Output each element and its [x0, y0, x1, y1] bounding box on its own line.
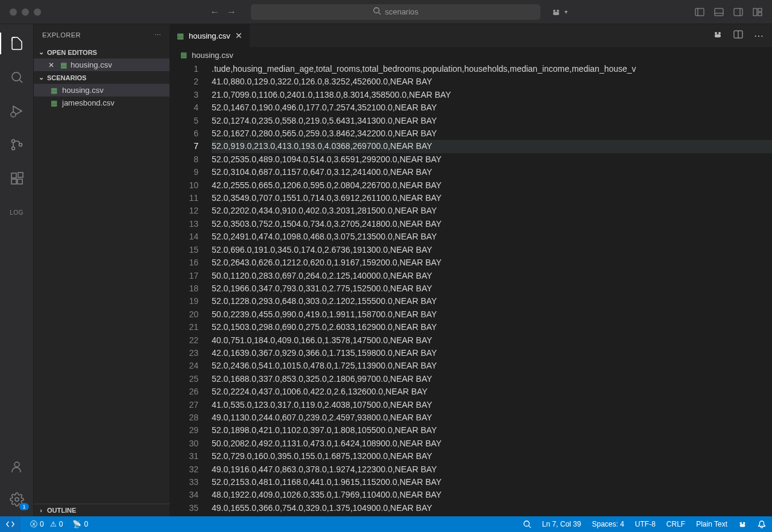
error-count: 0	[40, 520, 44, 528]
log-activity-icon[interactable]: LOG	[8, 204, 25, 221]
breadcrumb[interactable]: ▦ housing.csv	[169, 47, 772, 63]
file-name: housing.csv	[62, 86, 104, 95]
svg-rect-21	[11, 173, 16, 178]
csv-file-icon: ▦	[180, 51, 187, 59]
explorer-sidebar: EXPLORER ⋯ ⌄ OPEN EDITORS ✕ ▦ housing.cs…	[34, 24, 169, 516]
svg-rect-24	[18, 173, 23, 177]
svg-point-32	[524, 521, 530, 527]
copilot-icon[interactable]	[713, 30, 723, 42]
svg-line-33	[528, 526, 531, 528]
chevron-down-icon: ⌄	[37, 74, 45, 81]
svg-point-18	[11, 140, 14, 143]
language-mode[interactable]: Plain Text	[696, 520, 727, 528]
editor-group: ▦ housing.csv ✕ ⋯ ▦ housing.csv 12345678…	[169, 24, 772, 516]
titlebar: ← → scenarios ▾	[0, 0, 772, 24]
close-editor-icon[interactable]: ✕	[48, 61, 57, 69]
indentation[interactable]: Spaces: 4	[592, 520, 624, 528]
nav-forward-icon[interactable]: →	[227, 7, 236, 17]
text-editor[interactable]: 1234567891011121314151617181920212223242…	[169, 63, 772, 516]
window-controls	[10, 8, 41, 16]
explorer-more-icon[interactable]: ⋯	[154, 31, 162, 39]
svg-line-15	[19, 80, 22, 83]
copilot-status-icon[interactable]	[738, 520, 747, 528]
breadcrumb-file: housing.csv	[192, 51, 233, 60]
status-bar: ⓧ0 ⚠0 📡0 Ln 7, Col 39 Spaces: 4 UTF-8 CR…	[0, 516, 772, 532]
file-name: jamesbond.csv	[62, 98, 115, 107]
source-control-activity-icon[interactable]	[8, 136, 25, 153]
svg-rect-11	[753, 8, 757, 16]
manage-gear-icon[interactable]: 1	[8, 491, 25, 508]
svg-rect-7	[715, 8, 723, 16]
problems-indicator[interactable]: ⓧ0 ⚠0	[30, 519, 63, 530]
open-editor-item[interactable]: ✕ ▦ housing.csv	[34, 59, 169, 71]
tab-label: housing.csv	[189, 31, 230, 40]
explorer-activity-icon[interactable]	[8, 35, 25, 52]
open-editors-label: OPEN EDITORS	[47, 49, 97, 56]
folder-label: SCENARIOS	[47, 74, 86, 81]
notifications-icon[interactable]	[758, 520, 766, 528]
maximize-window-icon[interactable]	[34, 8, 41, 16]
svg-point-20	[19, 144, 22, 147]
code-content[interactable]: .tude,housing_median_age,total_rooms,tot…	[212, 63, 772, 516]
csv-file-icon: ▦	[60, 61, 67, 69]
activity-bar: LOG 1	[0, 24, 34, 516]
file-tree-item[interactable]: ▦housing.csv	[34, 84, 169, 97]
minimize-window-icon[interactable]	[22, 8, 29, 16]
toggle-panel-icon[interactable]	[714, 7, 724, 17]
customize-layout-icon[interactable]	[753, 7, 762, 17]
chevron-right-icon: ›	[37, 507, 45, 514]
explorer-label: EXPLORER	[42, 31, 81, 39]
tab-housing-csv[interactable]: ▦ housing.csv ✕	[169, 24, 250, 47]
csv-file-icon: ▦	[177, 31, 184, 40]
extensions-activity-icon[interactable]	[8, 170, 25, 187]
svg-rect-12	[758, 8, 762, 11]
csv-file-icon: ▦	[51, 86, 57, 95]
command-center-search[interactable]: scenarios	[251, 4, 540, 20]
line-number-gutter: 1234567891011121314151617181920212223242…	[169, 63, 212, 516]
eol[interactable]: CRLF	[666, 520, 685, 528]
svg-point-27	[715, 32, 717, 34]
file-tree-item[interactable]: ▦jamesbond.csv	[34, 97, 169, 109]
svg-rect-29	[715, 34, 721, 37]
svg-rect-4	[553, 12, 559, 15]
svg-rect-36	[740, 524, 745, 527]
close-window-icon[interactable]	[10, 8, 17, 16]
svg-rect-23	[17, 179, 22, 184]
outline-header[interactable]: › OUTLINE	[34, 504, 169, 516]
svg-point-35	[743, 522, 745, 525]
svg-point-17	[11, 112, 16, 117]
split-editor-icon[interactable]	[733, 30, 743, 42]
editor-actions: ⋯	[713, 24, 772, 47]
svg-point-34	[740, 522, 742, 525]
svg-point-2	[553, 10, 555, 12]
accounts-icon[interactable]	[8, 458, 25, 475]
search-placeholder: scenarios	[385, 7, 419, 16]
toggle-primary-sidebar-icon[interactable]	[695, 7, 704, 17]
chevron-down-icon: ▾	[565, 8, 568, 15]
close-tab-icon[interactable]: ✕	[235, 31, 242, 40]
layout-controls	[695, 7, 762, 17]
error-icon: ⓧ	[30, 519, 37, 530]
remote-indicator[interactable]	[0, 516, 21, 532]
csv-file-icon: ▦	[51, 99, 57, 107]
svg-point-0	[374, 8, 379, 13]
ports-indicator[interactable]: 📡0	[72, 520, 88, 528]
open-editors-header[interactable]: ⌄ OPEN EDITORS	[34, 46, 169, 59]
svg-point-19	[11, 147, 14, 150]
nav-back-icon[interactable]: ←	[210, 7, 220, 17]
search-icon	[373, 7, 381, 17]
more-actions-icon[interactable]: ⋯	[754, 30, 764, 42]
ports-count: 0	[84, 520, 88, 528]
open-editor-filename: housing.csv	[71, 60, 112, 69]
folder-header[interactable]: ⌄ SCENARIOS	[34, 71, 169, 84]
run-debug-activity-icon[interactable]	[8, 103, 25, 119]
find-in-files-icon[interactable]	[523, 520, 531, 528]
warning-icon: ⚠	[50, 520, 57, 528]
toggle-secondary-sidebar-icon[interactable]	[733, 7, 743, 17]
update-badge: 1	[19, 503, 28, 510]
search-activity-icon[interactable]	[8, 69, 25, 86]
cursor-position[interactable]: Ln 7, Col 39	[542, 520, 581, 528]
encoding[interactable]: UTF-8	[635, 520, 656, 528]
nav-arrows: ← →	[210, 7, 236, 17]
copilot-indicator[interactable]: ▾	[551, 7, 568, 17]
